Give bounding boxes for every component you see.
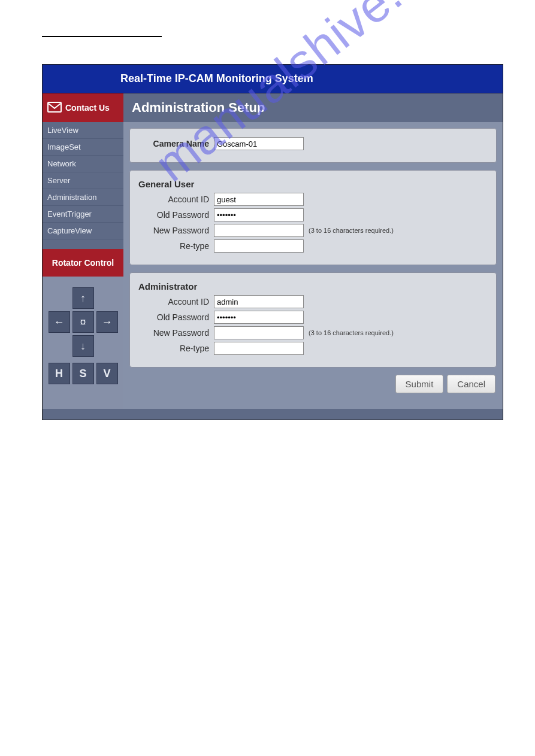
rotator-left-button[interactable]: ← <box>49 311 70 333</box>
arrow-up-icon: ↑ <box>80 292 86 305</box>
gu-new-pw-label: New Password <box>138 226 214 235</box>
dpad-empty <box>49 287 70 309</box>
admin-account-id-input[interactable] <box>214 295 304 308</box>
rotator-title: Rotator Control <box>52 258 114 268</box>
rotator-right-button[interactable]: → <box>96 311 118 333</box>
administrator-panel: Administrator Account ID Old Password Ne… <box>129 272 497 368</box>
gu-retype-input[interactable] <box>214 239 304 253</box>
app-frame: Real-Time IP-CAM Monitoring System Conta… <box>42 64 503 420</box>
submit-button[interactable]: Submit <box>395 375 444 393</box>
gu-account-id-input[interactable] <box>214 193 304 206</box>
admin-old-pw-input[interactable] <box>214 311 304 324</box>
camera-name-label: Camera Name <box>138 139 214 148</box>
admin-new-pw-hint: (3 to 16 characters required.) <box>309 329 394 336</box>
rotator-up-button[interactable]: ↑ <box>72 287 94 309</box>
arrow-right-icon: → <box>102 316 113 329</box>
gu-new-pw-input[interactable] <box>214 224 304 237</box>
nav-captureview[interactable]: CaptureView <box>43 223 123 239</box>
footer-strip <box>43 409 503 420</box>
target-icon: ¤ <box>80 316 86 329</box>
rotator-center-button[interactable]: ¤ <box>72 311 94 333</box>
admin-retype-input[interactable] <box>214 342 304 355</box>
content-area: Camera Name General User Account ID Old … <box>123 122 503 409</box>
dpad-empty <box>49 335 70 357</box>
gu-old-pw-input[interactable] <box>214 208 304 221</box>
camera-name-input[interactable] <box>214 137 304 150</box>
nav-spacer <box>43 239 123 249</box>
section-underline <box>42 36 162 37</box>
app-header: Real-Time IP-CAM Monitoring System <box>43 65 503 93</box>
page-title: Administration Setup <box>132 100 265 116</box>
cancel-button[interactable]: Cancel <box>447 375 495 393</box>
nav-server[interactable]: Server <box>43 172 123 189</box>
sidebar: Contact Us LiveView ImageSet Network Ser… <box>43 93 123 409</box>
general-user-panel: General User Account ID Old Password New… <box>129 170 497 265</box>
admin-old-pw-label: Old Password <box>138 312 214 322</box>
main-column: Administration Setup Camera Name General… <box>123 93 503 409</box>
svg-rect-0 <box>48 102 61 112</box>
contact-us-button[interactable]: Contact Us <box>43 93 123 122</box>
admin-new-pw-input[interactable] <box>214 326 304 339</box>
rotator-s-button[interactable]: S <box>72 363 94 384</box>
rotator-v-button[interactable]: V <box>96 363 118 384</box>
rotator-down-button[interactable]: ↓ <box>72 335 94 357</box>
rotator-panel: ↑ ← ¤ → ↓ <box>43 277 123 409</box>
admin-new-pw-label: New Password <box>138 328 214 338</box>
dpad-empty <box>96 335 118 357</box>
page-title-bar: Administration Setup <box>123 93 503 122</box>
nav-administration[interactable]: Administration <box>43 189 123 206</box>
rotator-h-button[interactable]: H <box>49 363 70 384</box>
camera-name-panel: Camera Name <box>129 128 497 163</box>
contact-us-label: Contact Us <box>65 103 110 113</box>
gu-account-id-label: Account ID <box>138 195 214 204</box>
nav-liveview[interactable]: LiveView <box>43 122 123 139</box>
nav-network[interactable]: Network <box>43 156 123 172</box>
dpad-empty <box>96 287 118 309</box>
nav-list: LiveView ImageSet Network Server Adminis… <box>43 122 123 249</box>
arrow-down-icon: ↓ <box>80 340 86 353</box>
arrow-left-icon: ← <box>54 316 65 329</box>
app-title: Real-Time IP-CAM Monitoring System <box>120 72 313 85</box>
action-row: Submit Cancel <box>129 375 497 393</box>
rotator-header: Rotator Control <box>43 249 123 277</box>
nav-imageset[interactable]: ImageSet <box>43 139 123 156</box>
admin-retype-label: Re-type <box>138 344 214 353</box>
rotator-hsv-row: H S V <box>49 363 118 384</box>
gu-retype-label: Re-type <box>138 241 214 251</box>
nav-eventtrigger[interactable]: EventTrigger <box>43 206 123 223</box>
rotator-dpad: ↑ ← ¤ → ↓ <box>49 287 118 357</box>
gu-new-pw-hint: (3 to 16 characters required.) <box>309 227 394 234</box>
admin-account-id-label: Account ID <box>138 297 214 306</box>
administrator-title: Administrator <box>138 281 488 292</box>
gu-old-pw-label: Old Password <box>138 210 214 220</box>
envelope-icon <box>47 102 62 114</box>
general-user-title: General User <box>138 179 488 189</box>
